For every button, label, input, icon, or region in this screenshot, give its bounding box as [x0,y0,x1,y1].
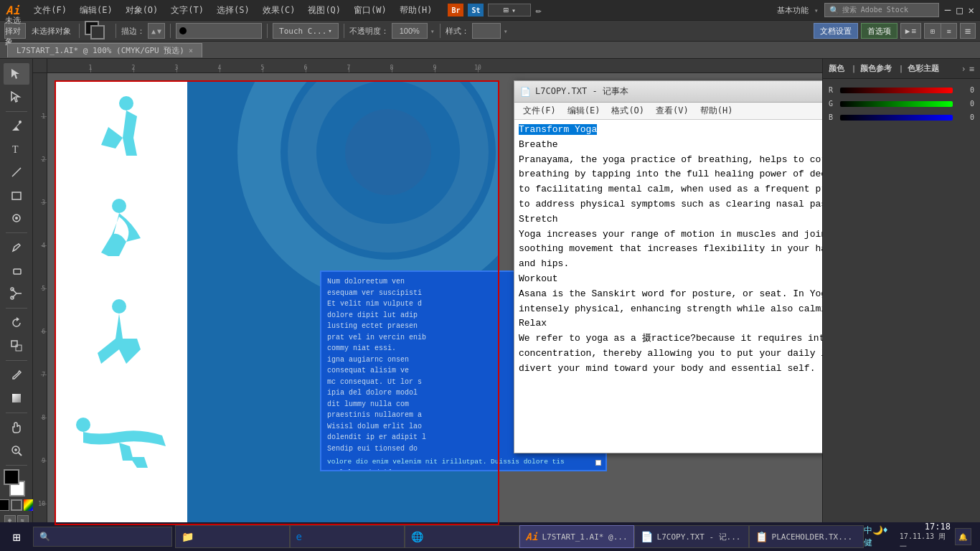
np-line-16: divert your mind toward your body and es… [519,363,815,374]
yoga-figure-1 [69,88,169,188]
fill-btn[interactable] [0,499,9,511]
eraser-tool[interactable] [4,260,29,281]
ext-icon-1[interactable]: Br [448,4,463,17]
eyedropper-tool[interactable] [4,364,29,386]
rect-tool[interactable] [4,184,29,206]
resize-handle[interactable] [595,460,601,466]
paint-tool[interactable] [4,207,29,229]
svg-point-23 [112,199,126,213]
toolbar: 未选择对象 未选择对象 描边： ▲ ▼ Touch C... ▾ 不透明度： ▾… [0,20,980,42]
toolbar-divider-2 [116,24,116,38]
menu-view[interactable]: 视图(Q) [302,3,347,18]
taskbar-app-ai[interactable]: Ai L7START_1.AI* @... [519,525,634,548]
direct-select-tool[interactable] [4,86,29,108]
notepad-content[interactable]: Transform Yoga Breathe Pranayama, the yo… [514,120,822,453]
color-swatch[interactable] [85,21,108,41]
notification-btn[interactable]: 🔔 [955,528,971,545]
toolbar-divider-1 [79,24,80,38]
action-btns[interactable]: ▶ ≡ [900,23,921,39]
taskbar-start-btn[interactable]: ⊞ [3,525,30,548]
yoga-left-panel [55,80,187,525]
doc-tab-item[interactable]: L7START_1.AI* @ 100% (CMYK/GPU 预选) × [7,43,202,57]
feature-label[interactable]: 基本功能 [777,5,809,16]
taskbar-app-explorer[interactable]: 📁 [175,525,290,548]
doc-settings-btn[interactable]: 文档设置 [814,23,858,39]
yoga-right-panel: Num doloreetum ven esequam ver suscipist… [187,80,499,525]
menu-select[interactable]: 选择(S) [211,3,255,18]
select-tool[interactable] [4,63,29,85]
stroke-selector[interactable]: ▲ ▼ [148,23,165,39]
maximize-btn[interactable]: □ [956,4,962,16]
scissors-tool[interactable] [4,283,29,304]
panel-menu[interactable]: ≡ [969,64,974,74]
svg-rect-17 [12,394,21,402]
taskbar-app-edge[interactable]: e [290,525,405,548]
grid-view-btn[interactable]: ⊞ ▾ [488,4,531,17]
r-slider-row: R 0 [829,86,974,94]
np-view[interactable]: 查看(V) [650,103,694,118]
opacity-input[interactable] [392,23,428,39]
color-pair[interactable] [4,469,29,495]
r-slider[interactable] [840,88,953,93]
menu-window[interactable]: 窗口(W) [348,3,392,18]
menu-effect[interactable]: 效果(C) [257,3,301,18]
taskbar-app-chrome[interactable]: 🌐 [405,525,519,548]
taskbar-search[interactable]: 🔍 [33,527,171,547]
taskbar-app-placeholder[interactable]: 📋 PLACEHOLDER.TX... [749,525,864,548]
g-slider[interactable] [840,101,953,107]
b-slider[interactable] [840,115,953,121]
tool-divider-3 [6,308,27,309]
right-panels: 颜色 | 颜色参考 | 色彩主题 › ≡ R 0 G 0 [822,59,980,531]
stroke-btn[interactable] [11,499,22,511]
theme-title: 色彩主题 [908,63,939,74]
notepad-icon: 📄 [520,87,531,97]
hand-tool[interactable] [4,417,29,438]
stroke-dot [179,27,187,34]
hamburger-btn[interactable]: ≡ [960,23,976,39]
menu-file[interactable]: 文件(F) [28,3,72,18]
zoom-tool[interactable] [4,440,29,461]
doc-tab-close[interactable]: × [189,47,193,55]
pen-tool[interactable] [4,116,29,137]
up-arrow: ▲ [151,27,156,35]
line-tool[interactable] [4,161,29,183]
np-file[interactable]: 文件(F) [517,103,562,118]
menu-object[interactable]: 对象(O) [120,3,164,18]
foreground-color[interactable] [4,469,19,485]
pencil-tool[interactable] [4,237,29,258]
np-line-12: intensely physical, enhancing strength w… [519,303,822,314]
taskbar-clock: 17:18 17.11.13 周一 [900,522,951,551]
toolbar-right: 文档设置 首选项 ▶ ≡ ⊞ ≡ ≡ [814,23,976,39]
text-tool[interactable]: T [4,138,29,160]
stock-search[interactable]: 🔍 搜索 Adobe Stock [824,3,939,17]
ime-text: 中🌙♦健 [864,524,895,549]
panel-toggle-btns[interactable]: ⊞ ≡ [924,23,957,39]
selection-mode[interactable]: 未选择对象 [4,23,26,39]
close-btn[interactable]: ✕ [969,4,974,16]
ext-icon-2[interactable]: St [468,4,484,17]
np-line-8: soothing movement that increases flexibi… [519,243,822,254]
pen-icon[interactable]: ✏ [535,4,541,16]
taskbar-app-notepad[interactable]: 📄 L7COPY.TXT - 记... [634,525,749,548]
minimize-btn[interactable]: ─ [945,4,951,16]
menu-help[interactable]: 帮助(H) [394,3,438,18]
preferences-btn[interactable]: 首选项 [861,23,897,39]
menu-edit[interactable]: 编辑(E) [74,3,118,18]
rotate-tool[interactable] [4,312,29,334]
menu-text[interactable]: 文字(T) [165,3,209,18]
panel-prev[interactable]: › [961,64,966,74]
touch-button[interactable]: Touch C... ▾ [273,23,339,39]
action-icon: ▶ [905,27,910,36]
gradient-tool[interactable] [4,387,29,409]
taskbar-right: 中🌙♦健 17:18 17.11.13 周一 🔔 [864,522,977,551]
np-help[interactable]: 帮助(H) [694,103,739,118]
ime-bar[interactable]: 中🌙♦健 [864,524,895,549]
stroke-color[interactable] [90,25,105,39]
svg-rect-5 [12,192,21,199]
scale-tool[interactable] [4,335,29,357]
np-edit[interactable]: 编辑(E) [562,103,606,118]
style-preview[interactable] [472,23,501,39]
notepad-window: 📄 L7COPY.TXT - 记事本 ─ □ ✕ 文件(F) 编辑(E) 格式(… [514,80,822,453]
np-format[interactable]: 格式(O) [606,103,650,118]
notepad-titlebar[interactable]: 📄 L7COPY.TXT - 记事本 ─ □ ✕ [514,81,822,103]
